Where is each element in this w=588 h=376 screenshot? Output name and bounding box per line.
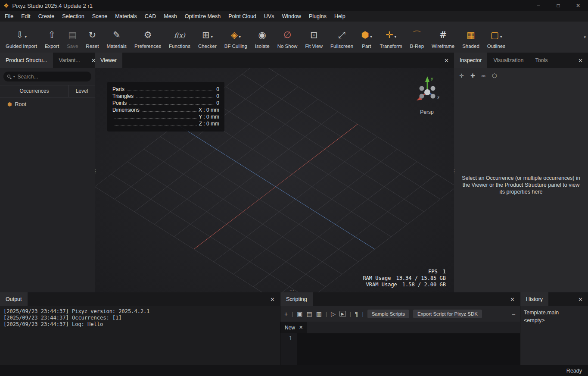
- menu-help[interactable]: Help: [330, 13, 349, 19]
- output-log[interactable]: [2025/09/23 23:44:37] Pixyz version: 202…: [0, 306, 280, 365]
- run-selection-icon[interactable]: ▶: [339, 311, 346, 317]
- menu-file[interactable]: File: [1, 13, 17, 19]
- menu-materials[interactable]: Materials: [111, 13, 141, 19]
- chevron-down-icon[interactable]: ▾: [25, 35, 27, 39]
- sample-scripts-button[interactable]: Sample Scripts: [367, 310, 409, 318]
- camera-mode-label[interactable]: Persp: [410, 109, 444, 115]
- history-item[interactable]: Template.main: [524, 309, 585, 316]
- toolbar-no-show[interactable]: ∅ No Show: [274, 22, 302, 53]
- close-button[interactable]: ✕: [568, 0, 588, 11]
- script-tab-new[interactable]: New ✕: [280, 322, 307, 333]
- close-icon[interactable]: ✕: [573, 57, 588, 64]
- minimize-button[interactable]: –: [529, 0, 548, 11]
- menu-cad[interactable]: CAD: [141, 13, 160, 19]
- toolbar-save[interactable]: ▤ Save: [63, 22, 82, 53]
- material-icon[interactable]: ⬡: [492, 72, 497, 79]
- history-item[interactable]: <empty>: [524, 316, 585, 324]
- inspector-panel: Inspector Visualization Tools ✕ ✛ ✚ ∞ ⬡ …: [454, 53, 588, 292]
- chevron-down-icon[interactable]: ▾: [395, 35, 396, 39]
- dotted-leader: [129, 100, 214, 105]
- toolbar-shaded[interactable]: ▦ Shaded: [458, 22, 483, 53]
- viewer-tabstrip: Viewer ✕: [95, 53, 454, 68]
- tab-output[interactable]: Output: [0, 292, 28, 306]
- menu-window[interactable]: Window: [278, 13, 305, 19]
- collapse-panel-icon[interactable]: –: [512, 311, 516, 317]
- chevron-down-icon[interactable]: ▾: [239, 35, 241, 39]
- splitter-handle[interactable]: ⋯: [289, 288, 294, 292]
- add-selection-icon[interactable]: ✛: [459, 72, 464, 79]
- menu-uvs[interactable]: UVs: [260, 13, 278, 19]
- toolbar-item-label: Export: [45, 44, 59, 49]
- toolbar-overflow-chevron-icon[interactable]: ▾: [582, 35, 588, 39]
- link-occurrences-icon[interactable]: ∞: [482, 72, 485, 79]
- output-panel: Output ✕ [2025/09/23 23:44:37] Pixyz ver…: [0, 292, 280, 365]
- tab-tools[interactable]: Tools: [529, 53, 553, 68]
- column-occurrences[interactable]: Occurrences: [0, 85, 69, 97]
- chevron-down-icon[interactable]: ▾: [500, 35, 502, 39]
- search-filter-chevron-icon[interactable]: ▾: [13, 75, 15, 78]
- toolbar-guided-import[interactable]: ⇩▾ Guided Import: [2, 22, 41, 53]
- dotted-leader: [127, 86, 214, 91]
- toolbar-item-label: Transform: [380, 44, 402, 49]
- menu-scene[interactable]: Scene: [88, 13, 111, 19]
- pixyz-logo-icon: ❖: [3, 2, 9, 9]
- close-icon[interactable]: ✕: [573, 296, 588, 303]
- tab-product-structure[interactable]: Product Structu...: [0, 53, 53, 68]
- search-input[interactable]: [17, 73, 87, 80]
- menu-point-cloud[interactable]: Point Cloud: [224, 13, 260, 19]
- toolbar-fullscreen[interactable]: ⤢ Fullscreen: [327, 22, 357, 53]
- toolbar-item-label: Outlines: [487, 44, 505, 49]
- toolbar-bf-culling[interactable]: ◈▾ BF Culling: [221, 22, 251, 53]
- code-area[interactable]: [297, 333, 520, 365]
- chevron-down-icon[interactable]: ▾: [211, 35, 213, 39]
- toolbar-wireframe[interactable]: # Wireframe: [428, 22, 458, 53]
- tab-variants[interactable]: Variant...: [53, 53, 86, 68]
- column-level[interactable]: Level: [69, 85, 95, 97]
- splitter-handle[interactable]: ⋮: [93, 169, 98, 173]
- part-cube-icon: ⬢: [361, 29, 369, 41]
- close-icon[interactable]: ✕: [505, 296, 520, 303]
- save-script-as-icon[interactable]: ▥: [316, 310, 322, 317]
- menu-mesh[interactable]: Mesh: [160, 13, 181, 19]
- toolbar-item-label: Part: [362, 44, 371, 49]
- toolbar-materials[interactable]: ✎ Materials: [103, 22, 131, 53]
- add-property-icon[interactable]: ✚: [470, 72, 475, 79]
- menu-optimize-mesh[interactable]: Optimize Mesh: [181, 13, 224, 19]
- chevron-down-icon[interactable]: ▾: [370, 35, 372, 39]
- export-script-sdk-button[interactable]: Export Script for Pixyz SDK: [413, 310, 482, 318]
- toolbar-transform[interactable]: ✛▾ Transform: [376, 22, 406, 53]
- toolbar-preferences[interactable]: ⚙ Preferences: [131, 22, 165, 53]
- menu-selection[interactable]: Selection: [58, 13, 88, 19]
- toolbar-part[interactable]: ⬢▾ Part: [357, 22, 376, 53]
- tab-visualization[interactable]: Visualization: [488, 53, 529, 68]
- tab-viewer[interactable]: Viewer: [95, 53, 122, 68]
- viewport[interactable]: Parts0 Triangles0 Points0 DimensionsX : …: [95, 68, 454, 292]
- toolbar-fit-view[interactable]: ⊡ Fit View: [301, 22, 327, 53]
- tree-item-root[interactable]: ⬢ Root: [0, 100, 95, 109]
- close-icon[interactable]: ✕: [265, 296, 280, 303]
- run-script-icon[interactable]: ▷: [331, 310, 336, 317]
- new-script-icon[interactable]: +: [284, 310, 288, 317]
- tab-scripting[interactable]: Scripting: [280, 292, 313, 306]
- axis-gizmo[interactable]: y z Persp: [410, 75, 444, 115]
- toolbar-export[interactable]: ⇧ Export: [41, 22, 63, 53]
- maximize-button[interactable]: □: [548, 0, 568, 11]
- save-script-icon[interactable]: ▤: [307, 310, 312, 317]
- toolbar-functions[interactable]: f(x) Functions: [165, 22, 194, 53]
- toolbar-checker[interactable]: ⊞▾ Checker: [194, 22, 221, 53]
- menu-plugins[interactable]: Plugins: [305, 13, 330, 19]
- menu-create[interactable]: Create: [34, 13, 59, 19]
- tab-inspector[interactable]: Inspector: [454, 53, 487, 68]
- toolbar-reset[interactable]: ↻ Reset: [82, 22, 103, 53]
- splitter-handle[interactable]: ⋮: [452, 169, 457, 173]
- tab-history[interactable]: History: [520, 292, 548, 306]
- pilcrow-icon[interactable]: ¶: [355, 310, 358, 317]
- close-icon[interactable]: ✕: [299, 325, 303, 330]
- open-script-icon[interactable]: ▣: [297, 310, 302, 317]
- close-icon[interactable]: ✕: [439, 57, 454, 64]
- menu-edit[interactable]: Edit: [17, 13, 34, 19]
- toolbar-isolate[interactable]: ◉ Isolate: [251, 22, 274, 53]
- toolbar-b-rep[interactable]: ⌒ B-Rep: [406, 22, 428, 53]
- structure-search-box[interactable]: ▾: [3, 72, 91, 81]
- toolbar-outlines[interactable]: ▢▾ Outlines: [483, 22, 509, 53]
